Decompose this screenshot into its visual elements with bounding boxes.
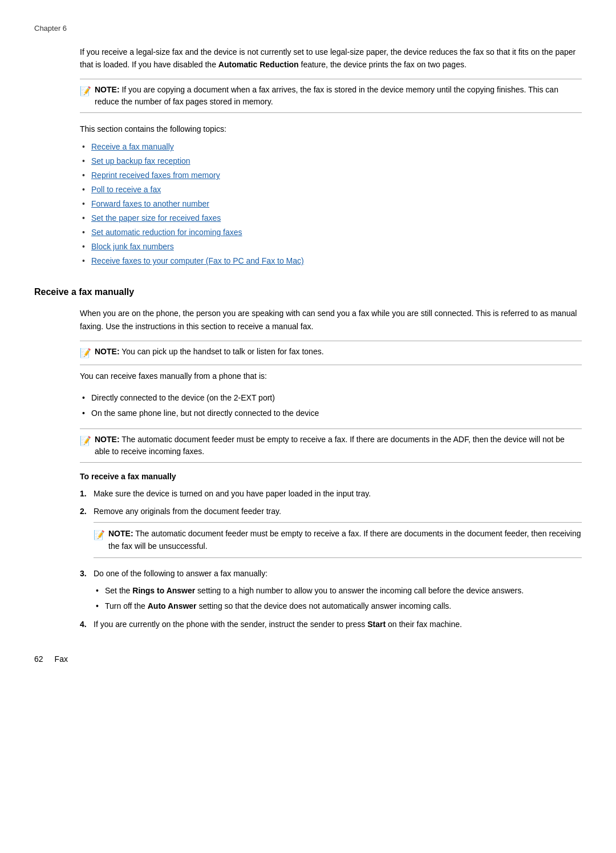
topic-item-3: Reprint received faxes from memory: [91, 168, 582, 183]
topic-item-7: Set automatic reduction for incoming fax…: [91, 225, 582, 240]
topic-link-2[interactable]: Set up backup fax reception: [91, 156, 191, 165]
step-3-bullet-1: Set the Rings to Answer setting to a hig…: [105, 583, 524, 598]
note-text-3: NOTE: The automatic document feeder must…: [95, 434, 582, 458]
chapter-header: Chapter 6: [34, 23, 582, 34]
note-text-1: NOTE: If you are copying a document when…: [95, 84, 582, 108]
topic-item-2: Set up backup fax reception: [91, 154, 582, 168]
topics-list: Receive a fax manually Set up backup fax…: [91, 140, 582, 268]
step-2-num: 2.: [80, 505, 94, 518]
topic-link-1[interactable]: Receive a fax manually: [91, 142, 174, 151]
note-text-4: NOTE: The automatic document feeder must…: [108, 527, 582, 553]
topic-link-8[interactable]: Block junk fax numbers: [91, 242, 174, 251]
step-1-num: 1.: [80, 487, 94, 500]
note-box-2: 📝 NOTE: You can pick up the handset to t…: [80, 341, 582, 365]
note-box-1: 📝 NOTE: If you are copying a document wh…: [80, 79, 582, 113]
section-para-2: You can receive faxes manually from a ph…: [34, 370, 582, 382]
step-1-content: Make sure the device is turned on and yo…: [94, 487, 582, 500]
note-text-2: NOTE: You can pick up the handset to tal…: [95, 346, 324, 358]
step-3-content: Do one of the following to answer a fax …: [94, 567, 268, 580]
topic-link-9[interactable]: Receive faxes to your computer (Fax to P…: [91, 256, 304, 265]
section-intro: This section contains the following topi…: [34, 123, 582, 135]
footer-section: Fax: [55, 653, 68, 665]
sub-heading: To receive a fax manually: [80, 471, 582, 483]
topic-item-1: Receive a fax manually: [91, 140, 582, 154]
numbered-list: 1. Make sure the device is turned on and…: [80, 487, 582, 630]
topic-item-6: Set the paper size for received faxes: [91, 211, 582, 225]
step-4-num: 4.: [80, 618, 94, 630]
note-box-4: 📝 NOTE: The automatic document feeder mu…: [94, 522, 582, 558]
topic-link-6[interactable]: Set the paper size for received faxes: [91, 213, 221, 223]
step-3: 3. Do one of the following to answer a f…: [80, 567, 582, 613]
topic-item-4: Poll to receive a fax: [91, 183, 582, 197]
topic-link-4[interactable]: Poll to receive a fax: [91, 185, 161, 194]
topic-link-7[interactable]: Set automatic reduction for incoming fax…: [91, 228, 242, 237]
footer: 62 Fax: [34, 653, 582, 665]
step-3-bullet-2: Turn off the Auto Answer setting so that…: [105, 599, 524, 613]
step-4: 4. If you are currently on the phone wit…: [80, 618, 582, 630]
step-2-content: Remove any originals from the document f…: [94, 505, 281, 518]
chapter-label: Chapter 6: [34, 24, 67, 33]
note-icon-1: 📝: [80, 84, 91, 98]
section-heading: Receive a fax manually: [34, 285, 582, 299]
step-2: 2. Remove any originals from the documen…: [80, 505, 582, 563]
topic-item-5: Forward faxes to another number: [91, 197, 582, 211]
bullet-item-1: Directly connected to the device (on the…: [91, 390, 582, 405]
intro-paragraph-1: If you receive a legal-size fax and the …: [34, 46, 582, 71]
step-1: 1. Make sure the device is turned on and…: [80, 487, 582, 500]
footer-page: 62: [34, 653, 43, 665]
step-4-content: If you are currently on the phone with t…: [94, 618, 582, 630]
note-box-3: 📝 NOTE: The automatic document feeder mu…: [80, 428, 582, 463]
note-icon-2: 📝: [80, 346, 91, 360]
topic-link-5[interactable]: Forward faxes to another number: [91, 199, 209, 208]
step-3-bullets: Set the Rings to Answer setting to a hig…: [105, 583, 524, 613]
bullets-list-1: Directly connected to the device (on the…: [91, 390, 582, 421]
bullet-item-2: On the same phone line, but not directly…: [91, 406, 582, 421]
topic-item-8: Block junk fax numbers: [91, 240, 582, 254]
step-3-num: 3.: [80, 567, 94, 580]
topic-link-3[interactable]: Reprint received faxes from memory: [91, 171, 220, 180]
topic-item-9: Receive faxes to your computer (Fax to P…: [91, 254, 582, 268]
note-icon-3: 📝: [80, 434, 91, 448]
section-para-1: When you are on the phone, the person yo…: [34, 307, 582, 333]
note-icon-4: 📝: [94, 528, 105, 543]
